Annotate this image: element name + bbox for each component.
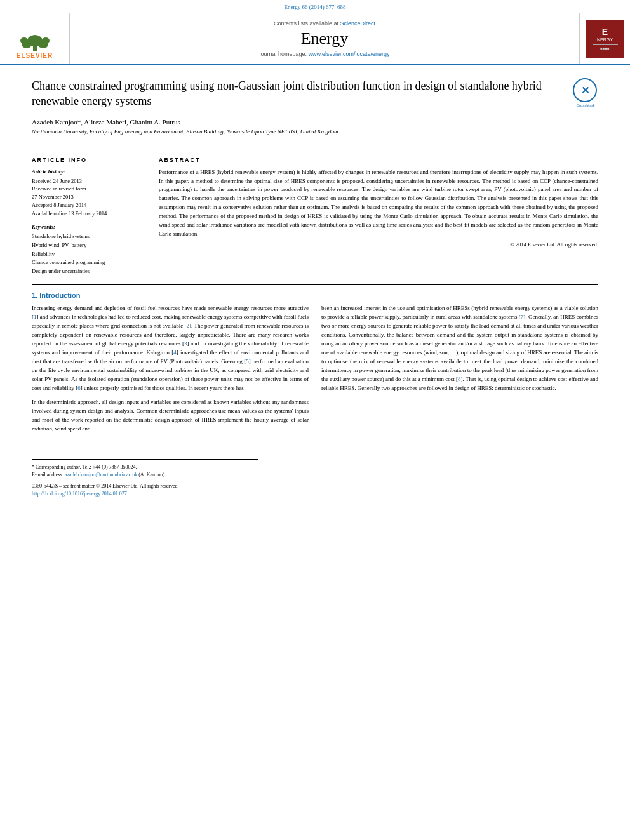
ref-1[interactable]: 1	[34, 314, 37, 320]
ref-3[interactable]: 3	[184, 340, 187, 347]
received-revised-date: 27 November 2013	[32, 193, 146, 201]
elsevier-tree-icon	[19, 34, 51, 52]
keyword-5: Design under uncertainties	[32, 267, 146, 276]
abstract-col: ABSTRACT Performance of a HRES (hybrid r…	[159, 157, 598, 276]
abstract-text: Performance of a HRES (hybrid renewable …	[159, 168, 598, 239]
homepage-url[interactable]: www.elsevier.com/locate/energy	[309, 51, 390, 57]
footnote-corresponding: * Corresponding author. Tel.: +44 (0) 78…	[32, 463, 598, 471]
keyword-1: Standalone hybrid systems	[32, 232, 146, 241]
ref-4[interactable]: 4	[173, 349, 177, 356]
energy-logo-box: E NERGY ■■■■	[586, 20, 624, 58]
copyright-line: © 2014 Elsevier Ltd. All rights reserved…	[159, 241, 598, 248]
ref-6[interactable]: 6	[77, 385, 81, 391]
article-info-col: ARTICLE INFO Article history: Received 2…	[32, 157, 146, 276]
ref-2[interactable]: 2	[187, 323, 190, 329]
ref-5[interactable]: 5	[246, 358, 249, 364]
history-label: Article history:	[32, 168, 146, 175]
doi-link[interactable]: http://dx.doi.org/10.1016/j.energy.2014.…	[32, 491, 127, 497]
article-info-heading: ARTICLE INFO	[32, 157, 146, 163]
footnote-email[interactable]: azadeh.kamjoo@northumbria.ac.uk	[65, 472, 137, 477]
intro-section-title: 1. Introduction	[32, 291, 598, 299]
ref-7[interactable]: 7	[521, 314, 524, 320]
footnote-email-line: E-mail address: azadeh.kamjoo@northumbri…	[32, 471, 598, 479]
intro-right-text1: been an increased interest in the use an…	[321, 304, 598, 392]
journal-header: ELSEVIER Contents lists available at Sci…	[0, 13, 630, 65]
keyword-4: Chance constrained programming	[32, 258, 146, 267]
keywords-label: Keywords:	[32, 223, 146, 230]
keyword-2: Hybrid wind–PV–battery	[32, 241, 146, 250]
ref-8[interactable]: 8	[458, 376, 461, 382]
crossmark-badge: ✕ CrossMark	[573, 78, 598, 103]
issn-footer: 0360-5442/$ – see front matter © 2014 El…	[32, 483, 598, 498]
received-date1: Received 24 June 2013	[32, 177, 146, 185]
intro-left-text1: Increasing energy demand and depletion o…	[32, 304, 309, 392]
intro-right-col: been an increased interest in the use an…	[321, 304, 598, 438]
affiliation-line: Northumbria University, Faculty of Engin…	[32, 128, 563, 135]
article-title: Chance constrained programming using non…	[32, 78, 563, 109]
sciencedirect-link[interactable]: ScienceDirect	[340, 20, 376, 27]
crossmark-circle: ✕	[573, 78, 597, 102]
elsevier-brand-text: ELSEVIER	[17, 52, 53, 59]
homepage-line: journal homepage: www.elsevier.com/locat…	[259, 51, 389, 57]
article-info-abstract-section: ARTICLE INFO Article history: Received 2…	[32, 150, 598, 276]
footer-section: * Corresponding author. Tel.: +44 (0) 78…	[32, 451, 598, 479]
received-revised-label: Received in revised form	[32, 185, 146, 193]
doi-line: http://dx.doi.org/10.1016/j.energy.2014.…	[32, 490, 598, 498]
svg-point-5	[42, 37, 50, 44]
keywords-section: Keywords: Standalone hybrid systems Hybr…	[32, 223, 146, 276]
journal-title: Energy	[301, 29, 349, 48]
crossmark-icon: ✕	[581, 84, 589, 97]
energy-logo-area: E NERGY ■■■■	[579, 13, 630, 64]
authors: Azadeh Kamjoo*, Alireza Maheri, Ghanim A…	[32, 118, 180, 126]
contents-label: Contents lists available at	[274, 20, 340, 27]
introduction-section: 1. Introduction Increasing energy demand…	[32, 284, 598, 438]
journal-reference-bar: Energy 66 (2014) 677–688	[0, 0, 630, 13]
intro-left-col: Increasing energy demand and depletion o…	[32, 304, 309, 438]
accepted-date: Accepted 8 January 2014	[32, 201, 146, 210]
abstract-heading: ABSTRACT	[159, 157, 598, 163]
homepage-label: journal homepage:	[259, 51, 308, 57]
article-title-section: Chance constrained programming using non…	[32, 78, 598, 142]
issn-line: 0360-5442/$ – see front matter © 2014 El…	[32, 483, 598, 490]
journal-header-center: Contents lists available at ScienceDirec…	[70, 13, 579, 64]
sciencedirect-line: Contents lists available at ScienceDirec…	[274, 20, 375, 27]
authors-line: Azadeh Kamjoo*, Alireza Maheri, Ghanim A…	[32, 118, 563, 126]
available-date: Available online 13 February 2014	[32, 210, 146, 218]
elsevier-logo-area: ELSEVIER	[0, 13, 70, 64]
main-content: Chance constrained programming using non…	[0, 65, 630, 510]
svg-point-4	[20, 37, 28, 44]
footnote-email-suffix: (A. Kamjoo).	[137, 472, 166, 477]
keyword-3: Reliability	[32, 250, 146, 259]
energy-logo-inner: E NERGY ■■■■	[593, 27, 618, 51]
intro-left-text2: In the deterministic approach, all desig…	[32, 398, 309, 434]
footnote-email-label: E-mail address:	[32, 472, 65, 477]
article-title-text: Chance constrained programming using non…	[32, 78, 563, 142]
common-word-highlight: Common	[137, 408, 158, 414]
intro-body-two-col: Increasing energy demand and depletion o…	[32, 304, 598, 438]
page-container: Energy 66 (2014) 677–688 ELSEVIER Conten…	[0, 0, 630, 840]
journal-ref-text: Energy 66 (2014) 677–688	[284, 4, 345, 10]
footer-divider	[32, 459, 258, 460]
